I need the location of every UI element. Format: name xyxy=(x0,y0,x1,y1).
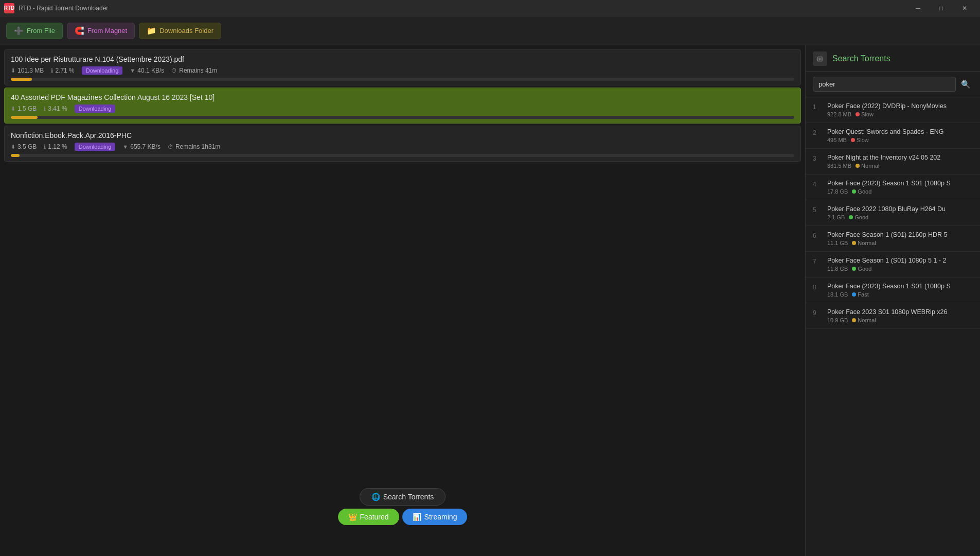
result-title: Poker Face (2022) DVDRip - NonyMovies xyxy=(827,102,973,110)
result-info: Poker Face Season 1 (S01) 2160p HDR 5 11… xyxy=(827,231,973,246)
search-result-item[interactable]: 3 Poker Night at the Inventory v24 05 20… xyxy=(806,149,980,175)
result-meta: 331.5 MB Normal xyxy=(827,163,973,169)
result-size: 11.8 GB xyxy=(827,266,848,272)
size-icon: ⬇ xyxy=(11,67,15,74)
info-icon: ℹ xyxy=(44,144,46,150)
quality-dot xyxy=(856,164,860,168)
search-result-item[interactable]: 4 Poker Face (2023) Season 1 S01 (1080p … xyxy=(806,175,980,200)
quality-label: Normal xyxy=(858,240,876,246)
close-button[interactable]: ✕ xyxy=(953,0,976,16)
percent-value: 1.12 % xyxy=(48,143,67,150)
downloads-panel: 100 Idee per Ristrutturare N.104 (Settem… xyxy=(0,45,805,556)
result-info: Poker Face (2022) DVDRip - NonyMovies 92… xyxy=(827,102,973,117)
featured-icon: 👑 xyxy=(348,513,357,521)
minimize-button[interactable]: ─ xyxy=(906,0,930,16)
download-stats: ⬇ 101.3 MB ℹ 2.71 % Downloading ▼ 40.1 K… xyxy=(11,66,794,75)
search-result-item[interactable]: 5 Poker Face 2022 1080p BluRay H264 Du 2… xyxy=(806,200,980,226)
search-result-item[interactable]: 1 Poker Face (2022) DVDRip - NonyMovies … xyxy=(806,97,980,123)
quality-badge: Normal xyxy=(852,317,876,323)
quality-badge: Slow xyxy=(851,137,869,143)
speed-value: 655.7 KB/s xyxy=(130,143,161,150)
stat-percent: ℹ 3.41 % xyxy=(44,105,67,112)
progress-bar-container xyxy=(11,116,794,119)
quality-badge: Slow xyxy=(856,111,874,117)
quality-label: Good xyxy=(858,266,871,272)
stat-size: ⬇ 1.5 GB xyxy=(11,105,37,112)
quality-dot xyxy=(851,138,855,142)
quality-badge: Fast xyxy=(852,291,868,298)
search-result-item[interactable]: 9 Poker Face 2023 S01 1080p WEBRip x26 1… xyxy=(806,303,980,329)
search-input[interactable] xyxy=(813,77,956,92)
featured-label: Featured xyxy=(360,513,389,521)
result-number: 7 xyxy=(813,257,822,265)
result-meta: 11.8 GB Good xyxy=(827,266,973,272)
stat-size: ⬇ 101.3 MB xyxy=(11,67,44,74)
download-item[interactable]: Nonfiction.Ebook.Pack.Apr.2016-PHC ⬇ 3.5… xyxy=(4,126,801,162)
search-torrents-floating-button[interactable]: 🌐 Search Torrents xyxy=(360,488,446,506)
info-icon: ℹ xyxy=(44,106,46,112)
search-go-button[interactable]: 🔍 xyxy=(959,78,973,91)
size-value: 1.5 GB xyxy=(17,105,37,112)
folder-icon: 📁 xyxy=(147,26,156,36)
quality-badge: Normal xyxy=(852,240,876,246)
status-badge: Downloading xyxy=(75,105,116,113)
result-size: 17.8 GB xyxy=(827,188,848,195)
result-number: 8 xyxy=(813,283,822,291)
download-item[interactable]: 100 Idee per Ristrutturare N.104 (Settem… xyxy=(4,49,801,85)
stat-remains: ⏱ Remains 41m xyxy=(171,67,217,74)
result-number: 3 xyxy=(813,154,822,162)
search-panel-title: Search Torrents xyxy=(832,54,890,63)
size-icon: ⬇ xyxy=(11,106,15,112)
quality-dot xyxy=(856,112,860,116)
search-result-item[interactable]: 8 Poker Face (2023) Season 1 S01 (1080p … xyxy=(806,277,980,303)
search-results: 1 Poker Face (2022) DVDRip - NonyMovies … xyxy=(806,97,980,556)
quality-label: Slow xyxy=(861,111,874,117)
quality-dot xyxy=(852,267,856,271)
speed-icon: ▼ xyxy=(130,67,135,74)
progress-bar xyxy=(11,154,20,157)
quality-dot xyxy=(852,318,856,322)
result-size: 10.9 GB xyxy=(827,317,848,323)
titlebar-controls: ─ □ ✕ xyxy=(906,0,976,16)
search-result-item[interactable]: 7 Poker Face Season 1 (S01) 1080p 5 1 - … xyxy=(806,252,980,277)
download-title: 40 Assorted PDF Magazines Collection Aug… xyxy=(11,93,794,101)
bottom-tabs: 👑 Featured 📊 Streaming xyxy=(338,509,468,525)
result-title: Poker Face Season 1 (S01) 1080p 5 1 - 2 xyxy=(827,257,973,264)
quality-badge: Good xyxy=(852,266,871,272)
download-item[interactable]: 40 Assorted PDF Magazines Collection Aug… xyxy=(4,88,801,124)
download-stats: ⬇ 3.5 GB ℹ 1.12 % Downloading ▼ 655.7 KB… xyxy=(11,143,794,151)
app-icon-label: RTD xyxy=(4,5,15,11)
result-meta: 18.1 GB Fast xyxy=(827,291,973,298)
magnet-icon: 🧲 xyxy=(75,26,84,36)
stat-percent: ℹ 2.71 % xyxy=(51,67,74,74)
speed-icon: ▼ xyxy=(122,144,128,150)
panel-toggle-button[interactable]: ⊞ xyxy=(813,51,827,66)
downloads-folder-label: Downloads Folder xyxy=(159,27,213,34)
featured-tab-button[interactable]: 👑 Featured xyxy=(338,509,399,525)
percent-value: 3.41 % xyxy=(48,105,67,112)
remains-value: Remains 1h31m xyxy=(175,143,220,150)
progress-bar xyxy=(11,78,32,81)
streaming-tab-button[interactable]: 📊 Streaming xyxy=(402,509,468,525)
result-number: 2 xyxy=(813,128,822,136)
floating-bottom-bar: 🌐 Search Torrents 👑 Featured 📊 Streaming xyxy=(338,488,468,525)
search-panel: ⊞ Search Torrents 🔍 1 Poker Face (2022) … xyxy=(805,45,980,556)
clock-icon: ⏱ xyxy=(171,67,177,74)
search-result-item[interactable]: 2 Poker Quest: Swords and Spades - ENG 4… xyxy=(806,123,980,149)
result-title: Poker Face Season 1 (S01) 2160p HDR 5 xyxy=(827,231,973,238)
downloads-folder-button[interactable]: 📁 Downloads Folder xyxy=(139,23,221,39)
file-icon: ➕ xyxy=(14,26,24,36)
quality-label: Good xyxy=(858,188,871,195)
size-icon: ⬇ xyxy=(11,144,15,150)
from-magnet-button[interactable]: 🧲 From Magnet xyxy=(67,23,135,39)
quality-label: Normal xyxy=(858,317,876,323)
percent-value: 2.71 % xyxy=(55,67,74,74)
stat-percent: ℹ 1.12 % xyxy=(44,143,67,150)
maximize-button[interactable]: □ xyxy=(930,0,953,16)
speed-value: 40.1 KB/s xyxy=(137,67,164,74)
search-result-item[interactable]: 6 Poker Face Season 1 (S01) 2160p HDR 5 … xyxy=(806,226,980,252)
from-file-button[interactable]: ➕ From File xyxy=(6,23,63,39)
result-meta: 495 MB Slow xyxy=(827,137,973,143)
search-input-container: 🔍 xyxy=(806,72,980,97)
quality-label: Fast xyxy=(858,291,868,298)
